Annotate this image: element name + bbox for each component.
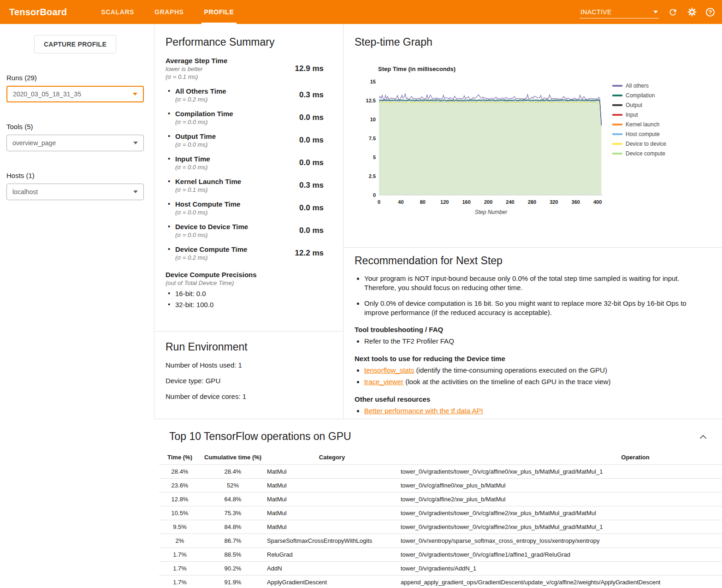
tab-graphs[interactable]: GRAPHS [144, 0, 194, 24]
top-ops-table: Time (%) Cumulative time (%) Category Op… [159, 450, 722, 588]
op-cumulative: 75.3% [201, 506, 265, 520]
chart-legend: All others Compilation Output Input Kern… [612, 81, 666, 218]
op-category: MatMul [265, 479, 399, 493]
faq-list: Refer to the TF2 Profiler FAQ [355, 337, 704, 346]
table-header-row: Time (%) Cumulative time (%) Category Op… [159, 450, 722, 465]
help-icon[interactable]: ? [706, 8, 715, 17]
svg-text:0: 0 [378, 199, 380, 205]
op-cumulative: 91.9% [201, 576, 265, 588]
op-category: ReluGrad [265, 548, 399, 562]
tools-dropdown[interactable]: overview_page [6, 135, 144, 151]
op-category: SparseSoftmaxCrossEntropyWithLogits [265, 534, 399, 548]
other-resources-list: Better performance with the tf.data API [355, 406, 704, 416]
svg-text:10: 10 [370, 117, 376, 122]
legend-item: Compilation [612, 90, 666, 100]
performance-summary-card: Performance Summary Average Step Time lo… [154, 24, 343, 332]
metric-row: Input Time(σ = 0.0 ms) 0.0 ms [166, 155, 324, 171]
tools-dropdown-value: overview_page [12, 139, 56, 147]
legend-item: Input [612, 110, 666, 119]
metric-row: Device to Device Time(σ = 0.0 ms) 0.0 ms [166, 223, 324, 238]
op-category: MatMul [265, 493, 399, 506]
capture-profile-button[interactable]: CAPTURE PROFILE [34, 35, 116, 53]
chevron-down-icon [133, 190, 138, 193]
app-title: TensorBoard [9, 7, 67, 18]
legend-item: Host compute [612, 129, 666, 139]
op-cumulative: 52% [201, 479, 265, 493]
legend-swatch [612, 143, 622, 145]
average-step-time-value: 12.9 ms [295, 64, 324, 73]
step-time-chart: 02.557.51012.515040801201602002402803203… [362, 74, 607, 218]
header-controls: INACTIVE ? [580, 6, 715, 18]
legend-swatch [612, 153, 622, 154]
table-row: 28.4%28.4%MatMultower_0/v/gradients/towe… [159, 465, 722, 479]
svg-text:400: 400 [593, 199, 602, 205]
op-cumulative: 90.2% [201, 562, 265, 576]
table-row: 1.7%91.9%ApplyGradientDescentappend_appl… [159, 576, 722, 588]
op-category: MatMul [265, 506, 399, 520]
settings-gear-icon[interactable] [686, 6, 698, 18]
tensorflow-stats-link[interactable]: tensorflow_stats [364, 366, 414, 374]
refresh-icon[interactable] [667, 6, 678, 18]
op-time: 9.5% [159, 520, 201, 534]
chevron-down-icon [133, 142, 138, 144]
recommendation-bullet: Your program is NOT input-bound because … [364, 274, 704, 292]
table-row: 1.7%90.2%AddNtower_0/v/gradients/AddN_1 [159, 562, 722, 576]
table-row: 12.8%64.8%MatMultower_0/v/cg/affine2/xw_… [159, 493, 722, 506]
op-name: tower_0/v/gradients/AddN_1 [399, 562, 722, 576]
op-time: 1.7% [159, 562, 201, 576]
legend-item: All others [612, 81, 666, 90]
op-category: MatMul [265, 520, 399, 534]
svg-text:200: 200 [484, 199, 492, 205]
op-cumulative: 86.7% [201, 534, 265, 548]
svg-text:120: 120 [440, 199, 449, 205]
other-resources-heading: Other useful resources [355, 395, 704, 403]
average-step-time-row: Average Step Time lower is better (σ = 0… [166, 57, 324, 80]
op-name: tower_0/v/gradients/tower_0/v/cg/affine2… [399, 520, 722, 534]
legend-swatch [612, 114, 622, 116]
table-row: 23.6%52%MatMultower_0/v/cg/affine0/xw_pl… [159, 479, 722, 493]
app-header: TensorBoard SCALARS GRAPHS PROFILE INACT… [0, 0, 722, 24]
svg-text:320: 320 [550, 199, 558, 205]
top-ops-card: Top 10 TensorFlow operations on GPU Time… [154, 419, 722, 588]
faq-heading: Tool troubleshooting / FAQ [355, 326, 704, 333]
collapse-button[interactable] [698, 433, 708, 443]
op-name: tower_0/v/cg/affine2/xw_plus_b/MatMul [399, 493, 722, 506]
legend-swatch [612, 104, 622, 106]
status-dropdown-value: INACTIVE [580, 8, 612, 16]
chevron-up-icon [700, 435, 706, 441]
tools-label: Tools (5) [6, 123, 144, 131]
svg-text:280: 280 [528, 199, 536, 205]
summary-column: Performance Summary Average Step Time lo… [154, 24, 343, 419]
recommendation-title: Recommendation for Next Step [355, 255, 704, 267]
status-dropdown[interactable]: INACTIVE [580, 6, 659, 18]
metric-row: Kernel Launch Time(σ = 0.1 ms) 0.3 ms [166, 178, 324, 193]
next-tools-list: tensorflow_stats (identify the time-cons… [355, 366, 704, 386]
tensorboard-profile-page: { "header": { "title": "TensorBoard", "t… [0, 0, 722, 588]
op-cumulative: 88.5% [201, 548, 265, 562]
hosts-label: Hosts (1) [6, 172, 144, 179]
tab-scalars[interactable]: SCALARS [91, 0, 144, 24]
op-category: AddN [265, 562, 399, 576]
chart-title: Step Time (in milliseconds) [378, 65, 722, 72]
hosts-dropdown[interactable]: localhost [6, 184, 144, 200]
svg-text:7.5: 7.5 [369, 136, 376, 141]
table-row: 10.5%75.3%MatMultower_0/v/gradients/towe… [159, 506, 722, 520]
trace-viewer-link[interactable]: trace_viewer [364, 378, 403, 386]
metric-row: All Others Time(σ = 0.2 ms) 0.3 ms [166, 87, 324, 103]
op-name: append_apply_gradient_ops/GradientDescen… [399, 576, 722, 588]
col-operation: Operation [399, 450, 722, 465]
runs-dropdown[interactable]: 2020_03_05_18_31_35 [6, 86, 144, 102]
op-category: MatMul [265, 465, 399, 479]
metric-row: Output Time(σ = 0.0 ms) 0.0 ms [166, 132, 324, 148]
op-name: tower_0/v/gradients/tower_0/v/cg/affine0… [399, 465, 722, 479]
run-environment-card: Run Environment Number of Hosts used: 1 … [154, 332, 343, 400]
metric-row: Host Compute Time(σ = 0.0 ms) 0.0 ms [166, 200, 324, 216]
device-type: Device type: GPU [166, 377, 332, 385]
svg-text:Step Number: Step Number [475, 209, 508, 215]
hosts-used: Number of Hosts used: 1 [166, 361, 332, 369]
top-ops-title: Top 10 TensorFlow operations on GPU [169, 430, 722, 443]
right-column: Step-time Graph Step Time (in millisecon… [343, 24, 722, 419]
recommendation-card: Recommendation for Next Step Your progra… [343, 248, 722, 418]
tab-profile[interactable]: PROFILE [194, 0, 244, 24]
tfdata-performance-link[interactable]: Better performance with the tf.data API [364, 407, 483, 415]
